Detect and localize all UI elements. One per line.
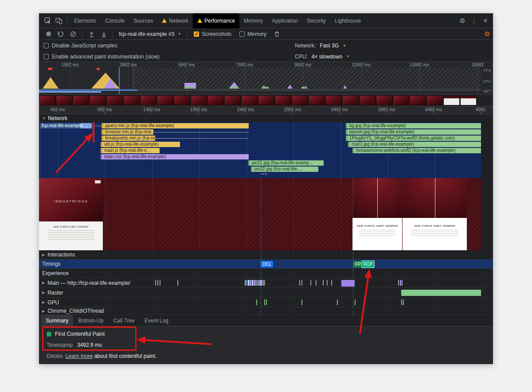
more-menu-icon[interactable]: ⋮ <box>468 15 480 27</box>
network-request[interactable]: fontawesome-webfont.woff2 (fcp-real-life… <box>352 148 481 153</box>
collapse-arrow-icon[interactable]: ▼ <box>42 116 46 120</box>
network-track-header[interactable]: ▼ Network <box>39 114 493 122</box>
network-request[interactable]: util.js (fcp-real-life-example) <box>101 142 180 147</box>
network-request[interactable]: main.css (fcp-real-life-example) <box>101 154 249 159</box>
bottom-tab-call-tree[interactable]: Call Tree <box>109 315 140 326</box>
filmstrip-frame[interactable] <box>376 95 392 105</box>
trash-icon[interactable] <box>271 28 282 40</box>
filmstrip-frame[interactable] <box>207 95 224 105</box>
history-dropdown[interactable]: fcp-real-life-example #3 ▼ <box>116 31 184 37</box>
tab-sources[interactable]: Sources <box>129 13 157 28</box>
screenshot-frame-fcp-2[interactable]: SEM TURPIS AMET SEMPER <box>403 178 467 250</box>
network-request[interactable]: pic01.jpg (fcp-real-life-examp... <box>248 160 324 166</box>
network-request[interactable]: pic02.jpg (fcp-real-life-... <box>251 167 318 172</box>
network-request[interactable]: breakpoints.min.js (fcp-real-l... <box>102 136 155 141</box>
checkbox-checked-icon <box>194 31 199 37</box>
filmstrip-frame[interactable] <box>258 95 274 105</box>
filmstrip-frame[interactable] <box>426 95 443 105</box>
tab-security[interactable]: Security <box>302 13 330 28</box>
cpu-throttle-select[interactable]: CPU: 4× slowdown ▼ <box>295 54 350 60</box>
tab-lighthouse[interactable]: Lighthouse <box>330 13 365 28</box>
track-experience[interactable]: Experience <box>39 269 493 278</box>
filmstrip-frame[interactable] <box>106 95 123 105</box>
settings-gear-icon[interactable]: ⚙ <box>457 15 468 27</box>
timing-marker-fp[interactable]: FP <box>353 261 363 268</box>
filmstrip-frame[interactable] <box>342 95 359 105</box>
network-request[interactable]: banner.jpg (fcp-real-life-example) <box>346 129 481 135</box>
tab-console[interactable]: Console <box>101 13 129 28</box>
filmstrip-frame[interactable] <box>325 95 342 105</box>
timing-marker-fcp[interactable]: FCP <box>362 261 374 268</box>
main-activity-tick <box>177 280 178 286</box>
close-icon[interactable]: × <box>480 15 491 27</box>
tab-application[interactable]: Application <box>267 13 302 28</box>
filmstrip-frame[interactable] <box>359 95 376 105</box>
cpu-throttle-value: 4× slowdown <box>312 54 343 60</box>
main-activity-tick <box>246 280 247 286</box>
memory-checkbox[interactable]: Memory <box>236 31 270 37</box>
filmstrip-frame[interactable] <box>224 95 241 105</box>
tab-performance[interactable]: Performance <box>193 13 239 28</box>
filmstrip-frame[interactable] <box>275 95 291 105</box>
warning-icon <box>197 19 202 23</box>
network-more-indicator[interactable]: ••• <box>261 172 267 176</box>
paint-instrumentation-checkbox[interactable] <box>43 54 49 59</box>
overview-playhead[interactable] <box>119 67 120 94</box>
screenshot-frame-first[interactable]: INDUSTRIOUS SEM TURPIS AMET SEMPER <box>39 178 103 250</box>
filmstrip-frame[interactable] <box>292 95 308 105</box>
filmstrip-frame[interactable] <box>90 95 106 105</box>
network-request[interactable]: main.js (fcp-real-life-e... <box>101 148 160 153</box>
filmstrip-frame[interactable] <box>73 95 89 105</box>
inspect-icon[interactable] <box>42 15 53 27</box>
track-gpu[interactable]: ▶ GPU <box>39 298 493 307</box>
network-request[interactable]: cta01.jpg (fcp-real-life-example) <box>348 142 481 147</box>
filmstrip-frame[interactable] <box>191 95 207 105</box>
disable-js-checkbox[interactable] <box>43 43 49 48</box>
bottom-tab-event-log[interactable]: Event Log <box>140 315 173 326</box>
clear-button[interactable] <box>67 28 79 40</box>
learn-more-link[interactable]: Learn more <box>66 353 93 359</box>
filmstrip-frame[interactable] <box>56 95 72 105</box>
screenshots-checkbox[interactable]: Screenshots <box>190 31 235 37</box>
network-request[interactable]: jquery.min.js (fcp-real-life-example) <box>102 123 249 128</box>
screenshot-frame-fcp-1[interactable]: SEM TURPIS AMET SEMPER <box>352 178 402 250</box>
save-profile-button[interactable] <box>98 28 110 40</box>
track-interactions[interactable]: ▶ Interactions <box>39 250 493 260</box>
expand-arrow-icon[interactable]: ▶ <box>42 253 45 257</box>
filmstrip-frame[interactable] <box>443 95 460 105</box>
expand-arrow-icon[interactable]: ▶ <box>42 309 45 313</box>
network-request[interactable]: browser.min.js (fcp-real-...) <box>102 129 153 135</box>
filmstrip-frame[interactable] <box>39 95 55 105</box>
record-button[interactable] <box>43 28 54 40</box>
filmstrip-frame[interactable] <box>157 95 173 105</box>
expand-arrow-icon[interactable]: ▶ <box>42 291 45 295</box>
capture-settings-gear-icon[interactable]: ⚙ <box>481 28 493 40</box>
bottom-tab-bottom-up[interactable]: Bottom-Up <box>73 315 108 326</box>
filmstrip-frame[interactable] <box>410 95 426 105</box>
network-throttle-select[interactable]: Network: Fast 3G ▼ <box>295 43 346 49</box>
bottom-tab-summary[interactable]: Summary <box>41 315 73 326</box>
raster-activity-bar[interactable] <box>401 290 481 296</box>
track-timings[interactable]: Timings DCLFPFCP <box>39 260 493 269</box>
filmstrip-frame[interactable] <box>460 95 477 105</box>
tab-elements[interactable]: Elements <box>70 13 101 28</box>
filmstrip-frame[interactable] <box>241 95 258 105</box>
filmstrip-frame[interactable] <box>123 95 140 105</box>
track-io[interactable]: ▶ Chrome_ChildIOThread <box>39 307 493 315</box>
network-request[interactable]: fcp-real-life-example/ ... <box>40 123 92 128</box>
tab-network[interactable]: Network <box>157 13 193 28</box>
timing-marker-dcl[interactable]: DCL <box>261 261 273 268</box>
overview-track[interactable]: 1992 ms3992 ms5992 ms7992 ms9992 ms11992… <box>39 62 493 95</box>
filmstrip-frame[interactable] <box>140 95 156 105</box>
track-main[interactable]: ▶ Main — http://fcp-real-life-example/ <box>39 278 493 288</box>
track-raster[interactable]: ▶ Raster <box>39 288 493 298</box>
device-toolbar-icon[interactable] <box>53 15 65 27</box>
reload-and-record-button[interactable] <box>55 28 66 40</box>
filmstrip-frame[interactable] <box>393 95 409 105</box>
tab-memory[interactable]: Memory <box>239 13 267 28</box>
filmstrip-frame[interactable] <box>174 95 190 105</box>
network-request[interactable]: bg.jpg (fcp-real-life-example) <box>346 123 481 128</box>
network-request[interactable]: 1Ptug8zYS_SKggPNyC0ITw.woff2 (fonts.gsta… <box>346 136 481 141</box>
load-profile-button[interactable] <box>86 28 97 40</box>
filmstrip-frame[interactable] <box>309 95 325 105</box>
